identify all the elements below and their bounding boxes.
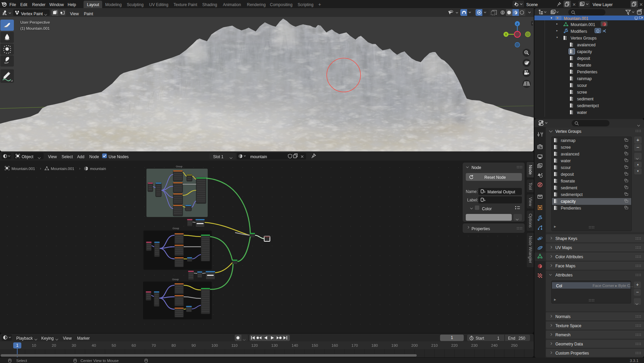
svg-text:Group: Group [176,165,183,168]
svg-text:‹: ‹ [532,22,533,25]
svg-text:Z: Z [516,22,519,26]
svg-text:Group: Group [172,278,179,281]
svg-text:Y: Y [505,33,507,36]
svg-text:Group: Group [172,227,179,230]
